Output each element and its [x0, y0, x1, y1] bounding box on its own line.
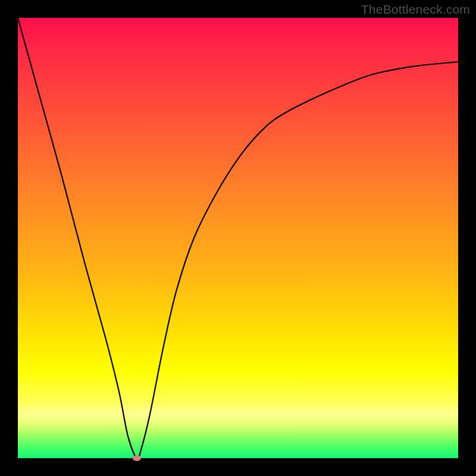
watermark-text: TheBottleneck.com — [361, 2, 470, 17]
chart-frame: TheBottleneck.com — [0, 0, 476, 476]
plot-background — [18, 18, 458, 458]
